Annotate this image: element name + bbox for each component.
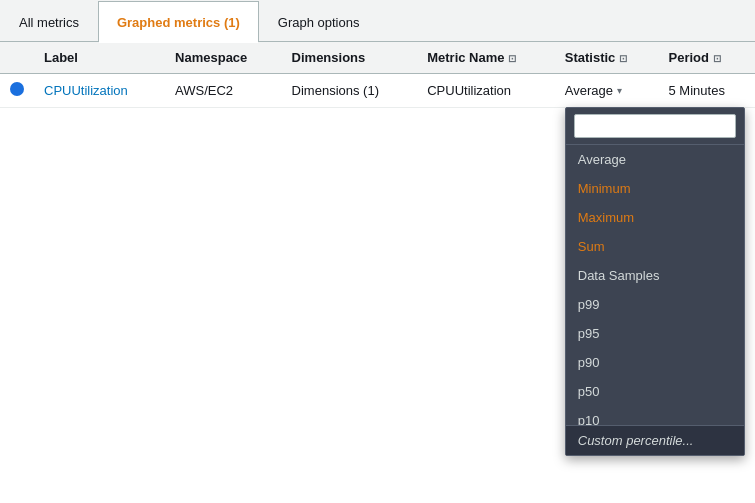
col-metric-name[interactable]: Metric Name xyxy=(417,42,555,74)
row-period-cell: 5 Minutes xyxy=(659,74,755,108)
dropdown-item-average[interactable]: Average xyxy=(566,145,744,174)
row-metric-name-value: CPUUtilization xyxy=(427,83,511,98)
row-period-value: 5 Minutes xyxy=(669,83,725,98)
row-color-dot xyxy=(10,82,24,96)
statistic-dropdown-wrapper: Average ▾ Average Minimum Maximum xyxy=(565,83,622,98)
statistic-dropdown-menu: Average Minimum Maximum Sum Data Samples… xyxy=(565,107,745,456)
dropdown-item-p50[interactable]: p50 xyxy=(566,377,744,406)
row-color-cell xyxy=(0,74,34,108)
col-label: Label xyxy=(34,42,165,74)
row-label-cell: CPUUtilization xyxy=(34,74,165,108)
tab-graph-options[interactable]: Graph options xyxy=(259,1,379,42)
row-dimensions-value: Dimensions (1) xyxy=(292,83,379,98)
dropdown-item-p10[interactable]: p10 xyxy=(566,406,744,425)
col-dimensions: Dimensions xyxy=(282,42,418,74)
col-statistic[interactable]: Statistic xyxy=(555,42,659,74)
dropdown-item-minimum[interactable]: Minimum xyxy=(566,174,744,203)
dropdown-item-data-samples[interactable]: Data Samples xyxy=(566,261,744,290)
col-color xyxy=(0,42,34,74)
tab-all-metrics[interactable]: All metrics xyxy=(0,1,98,42)
col-period[interactable]: Period xyxy=(659,42,755,74)
dropdown-arrow-icon: ▾ xyxy=(617,85,622,96)
tab-bar: All metrics Graphed metrics (1) Graph op… xyxy=(0,0,755,42)
dropdown-item-sum[interactable]: Sum xyxy=(566,232,744,261)
row-metric-name-cell: CPUUtilization xyxy=(417,74,555,108)
dropdown-item-p90[interactable]: p90 xyxy=(566,348,744,377)
dropdown-item-p99[interactable]: p99 xyxy=(566,290,744,319)
row-namespace-value: AWS/EC2 xyxy=(175,83,233,98)
dropdown-items-list: Average Minimum Maximum Sum Data Samples… xyxy=(566,145,744,425)
dropdown-item-maximum[interactable]: Maximum xyxy=(566,203,744,232)
tab-graphed-metrics[interactable]: Graphed metrics (1) xyxy=(98,1,259,42)
dropdown-item-p95[interactable]: p95 xyxy=(566,319,744,348)
metrics-table: Label Namespace Dimensions Metric Name S… xyxy=(0,42,755,108)
tab-graphed-metrics-label: Graphed metrics (1) xyxy=(117,15,240,30)
row-dimensions-cell: Dimensions (1) xyxy=(282,74,418,108)
dropdown-search-container xyxy=(566,108,744,145)
tab-graph-options-label: Graph options xyxy=(278,15,360,30)
statistic-value: Average xyxy=(565,83,613,98)
dropdown-item-custom-percentile[interactable]: Custom percentile... xyxy=(566,425,744,455)
table-row: CPUUtilization AWS/EC2 Dimensions (1) CP… xyxy=(0,74,755,108)
row-namespace-cell: AWS/EC2 xyxy=(165,74,282,108)
statistic-dropdown-button[interactable]: Average ▾ xyxy=(565,83,622,98)
row-label-link[interactable]: CPUUtilization xyxy=(44,83,128,98)
row-statistic-cell: Average ▾ Average Minimum Maximum xyxy=(555,74,659,108)
col-namespace: Namespace xyxy=(165,42,282,74)
table-header-row: Label Namespace Dimensions Metric Name S… xyxy=(0,42,755,74)
dropdown-search-input[interactable] xyxy=(574,114,736,138)
tab-all-metrics-label: All metrics xyxy=(19,15,79,30)
metrics-table-container: Label Namespace Dimensions Metric Name S… xyxy=(0,42,755,108)
